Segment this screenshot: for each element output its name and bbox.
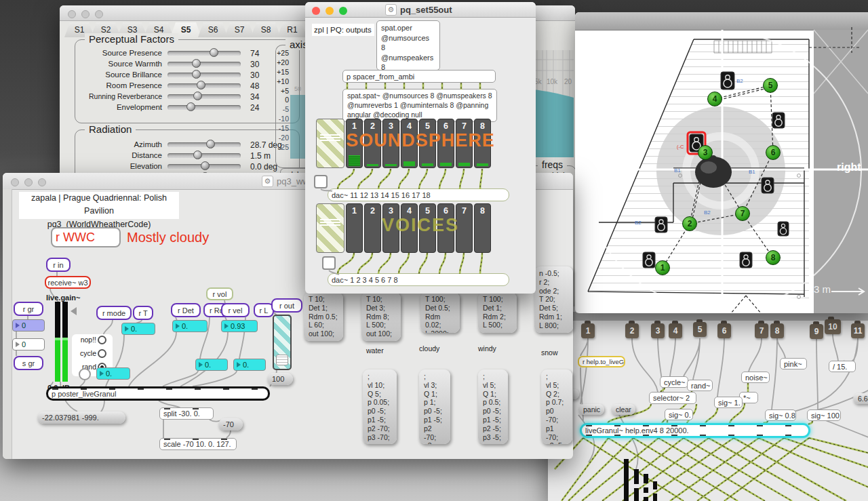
param-message-4[interactable]: T 100; Det 1; Rdm 2; L 500; [478,292,517,333]
flonum-mode[interactable]: 0. [96,367,130,380]
panic-message[interactable]: panic [578,404,604,415]
slider-handle[interactable] [276,355,288,365]
weather-message-snow[interactable]: ; vl 5; Q 2; p 0.7; p0 -70; p1 -70; p2 -… [541,369,572,444]
spacer-subpatch[interactable]: p spacer_from_ambi [342,70,496,83]
tab-s6[interactable]: S6 [198,22,228,37]
close-icon[interactable] [68,10,76,18]
r-vol-object[interactable]: r vol [206,287,233,300]
sig1-object[interactable]: sig~ 1. [714,397,743,408]
slider-track[interactable] [167,51,241,56]
slider-knob[interactable] [197,81,205,89]
tab-s7[interactable]: S7 [224,22,254,37]
r-in-object[interactable]: r in [46,258,71,272]
preset-stripe-box[interactable] [316,119,344,168]
source-4[interactable]: 4 [707,92,722,106]
dac1-object[interactable]: dac~ 11 12 13 14 15 16 17 18 [328,188,509,201]
sig08-object[interactable]: sig~ 0.8 [765,409,796,421]
source-8[interactable]: 8 [766,250,781,265]
weather-message-cloudy[interactable]: ; vl 3; Q 1; p 1; p0 -5; p1 -5; p2 -70; … [419,369,450,444]
filtergraph[interactable]: 5k 10k 20 [533,50,574,157]
dac2-object[interactable]: dac~ 1 2 3 4 5 6 7 8 [328,273,509,286]
number-box-white[interactable]: 0 [12,338,45,350]
tab-r1[interactable]: R1 [277,22,307,37]
s-gr-object[interactable]: s gr [14,356,43,370]
noise-object[interactable]: noise~ [741,372,770,383]
bang-button[interactable] [79,368,91,380]
slider-knob[interactable] [192,59,201,68]
sig0-object[interactable]: sig~ 0. [665,409,693,420]
zoom-icon[interactable] [339,7,347,15]
selector-object[interactable]: selector~ 2 [649,392,696,404]
close-icon[interactable] [312,7,320,15]
tab-s8[interactable]: S8 [251,22,281,37]
dac-toggle-2[interactable] [322,256,336,270]
r-mode-object[interactable]: r mode [96,306,132,320]
slider-knob[interactable] [201,161,210,170]
slider-knob[interactable] [192,70,201,79]
preset-stripe-box[interactable] [316,203,344,253]
slider-track[interactable] [167,105,241,110]
slider-knob[interactable] [193,151,202,159]
source-3[interactable]: 3 [698,145,713,160]
spat-oper-object[interactable]: spat.oper @numsources 8 @numspeakers 8 @… [376,20,440,71]
clear-message[interactable]: clear [611,404,635,415]
inlet-1[interactable]: 1 [581,323,595,338]
minimize-icon[interactable] [81,10,90,18]
spat-spat-object[interactable]: spat.spat~ @numsources 8 @numspeakers 8 … [342,89,497,122]
volume-number[interactable]: 100 [267,373,293,385]
inlet-7[interactable]: 7 [755,323,768,338]
source-5[interactable]: 5 [763,78,778,93]
flonum-rdm[interactable]: 0. [195,359,228,371]
inlet-9[interactable]: 9 [810,324,823,339]
flonum-vel[interactable]: 0.93 [221,320,258,332]
source-2[interactable]: 2 [682,216,697,231]
div15-object[interactable]: / 15. [829,361,856,372]
inlet-5[interactable]: 5 [693,322,707,337]
slider-knob[interactable] [210,48,218,57]
pink-object[interactable]: pink~ [780,358,807,369]
spat-titlebar[interactable]: ⚙ pq_set55out [305,2,536,18]
zoom-icon[interactable] [95,10,103,18]
r-help-object[interactable]: r help.to_liveGran [578,356,625,367]
number-box-blue[interactable]: 0 [12,319,45,332]
flonum-l[interactable]: 0. [233,359,266,371]
param-message-1[interactable]: T 10; Det 1; Rdm 0.5; L 60; out 100; [304,292,343,341]
minimize-icon[interactable] [326,7,334,15]
r-det-object[interactable]: r Det [171,303,201,317]
receive-object[interactable]: receive~ w3 [45,276,91,289]
param-message-3[interactable]: T 100; Det 0.5; Rdm 0.02; L 2000; [420,292,460,333]
split-object[interactable]: split -30. 0. [159,407,214,420]
m70-message[interactable]: -70 [218,418,243,430]
weather-message-water[interactable]: ; vl 10; Q 5; p 0.05; p0 -5; p1 -5; p2 -… [363,369,397,444]
inlet-3[interactable]: 3 [651,323,665,338]
r-t-object[interactable]: r T [133,306,153,320]
slider-track[interactable] [167,142,241,147]
slider-knob[interactable] [186,102,195,111]
r-gr-object[interactable]: r gr [14,302,43,316]
cycle-object[interactable]: cycle~ [660,376,688,388]
livegain-meter[interactable] [55,302,68,382]
inlet-10[interactable]: 10 [825,319,841,334]
livegranul-object[interactable]: liveGranul~ help.env4 8 20000. [580,423,810,438]
inlet-8[interactable]: 8 [770,323,784,338]
flonum-det[interactable]: 0. [172,320,208,332]
slider-track[interactable] [167,94,241,99]
db-message[interactable]: -22.037981 -999. [37,412,125,424]
wwc-receive-box[interactable]: r WWC [51,227,121,247]
dac-toggle-1[interactable] [314,175,328,188]
inlet-11[interactable]: 11 [851,323,865,338]
number-edge[interactable]: 6.66 [853,393,868,404]
slider-track[interactable] [167,73,241,77]
source-1[interactable]: 1 [655,260,670,275]
source-6[interactable]: 6 [766,145,781,160]
volume-slider[interactable] [273,315,292,370]
radio-nop[interactable] [98,336,106,344]
scale-object[interactable]: scale -70 10. 0. 127. [159,438,237,450]
inlet-4[interactable]: 4 [669,323,682,338]
flonum-t[interactable]: 0. [121,323,155,335]
param-message-2[interactable]: T 10; Det 3; Rdm 8; L 500; out 100; [361,292,401,341]
rand-object[interactable]: rand~ [687,380,713,391]
slider-knob[interactable] [206,140,215,148]
inlet-2[interactable]: 2 [625,323,639,338]
weather-message-windy[interactable]: ; vl 5; Q 1; p 0.5; p0 -5; p1 -5; p2 -5;… [478,369,508,444]
